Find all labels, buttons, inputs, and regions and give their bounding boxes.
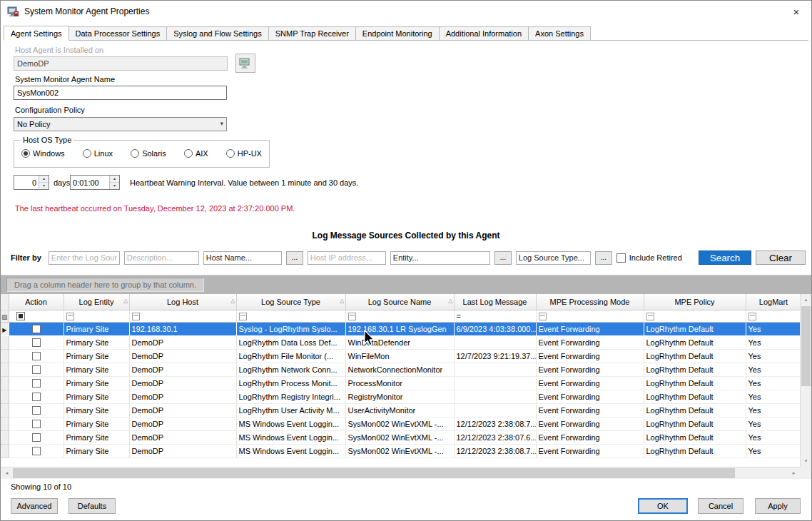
cell-last[interactable] xyxy=(454,335,536,349)
spin-down-icon[interactable]: ▾ xyxy=(39,183,49,189)
log-source-row[interactable]: Primary SiteDemoDPMS Windows Event Loggi… xyxy=(1,417,800,430)
horizontal-scroll-thumb[interactable] xyxy=(13,468,735,478)
equals-filter-icon[interactable]: = xyxy=(457,312,461,320)
row-checkbox[interactable] xyxy=(32,433,41,442)
cell-host[interactable]: DemoDP xyxy=(129,349,236,363)
cell-entity[interactable]: Primary Site xyxy=(64,430,129,444)
cell-type[interactable]: LogRhythm File Monitor (... xyxy=(236,349,345,363)
cell-type[interactable]: MS Windows Event Loggin... xyxy=(236,430,345,444)
log-source-filter-input[interactable] xyxy=(49,251,120,265)
cell-mode[interactable]: Event Forwarding xyxy=(536,335,644,349)
cell-entity[interactable]: Primary Site xyxy=(64,417,129,430)
cell-mode[interactable]: Event Forwarding xyxy=(536,390,644,403)
cell-logmart[interactable]: Yes xyxy=(746,363,800,376)
cell-name[interactable]: ProcessMonitor xyxy=(345,376,454,390)
scroll-right-icon[interactable]: ▸ xyxy=(788,467,800,479)
cell-type[interactable]: LogRhythm Network Conn... xyxy=(236,363,345,376)
cell-action[interactable] xyxy=(9,349,64,363)
cell-type[interactable]: MS Windows Event Loggin... xyxy=(236,417,345,430)
log-source-row[interactable]: Primary SiteDemoDPLogRhythm File Monitor… xyxy=(1,349,800,363)
cell-logmart[interactable]: Yes xyxy=(746,403,800,417)
cell-mode[interactable]: Event Forwarding xyxy=(536,349,644,363)
cell-logmart[interactable]: Yes xyxy=(746,349,800,363)
row-checkbox[interactable] xyxy=(32,325,41,333)
cell-policy[interactable]: LogRhythm Default xyxy=(644,390,746,403)
filter-cell-log-source-name[interactable] xyxy=(345,310,454,322)
log-source-row[interactable]: Primary SiteDemoDPLogRhythm Registry Int… xyxy=(1,390,800,403)
heartbeat-days-spinner[interactable]: 0 ▴▾ xyxy=(14,175,49,190)
description-filter-input[interactable] xyxy=(124,251,199,265)
cell-action[interactable] xyxy=(9,444,64,457)
column-header-mpe-policy[interactable]: MPE Policy xyxy=(644,294,746,310)
entity-filter-input[interactable] xyxy=(390,251,490,265)
cell-last[interactable]: 12/12/2023 2:38:07.6... xyxy=(454,430,536,444)
log-source-row[interactable]: Primary SiteDemoDPLogRhythm User Activit… xyxy=(1,403,800,417)
agent-name-input[interactable] xyxy=(14,86,227,100)
host-agent-input[interactable] xyxy=(14,56,228,71)
cell-type[interactable]: LogRhythm Data Loss Def... xyxy=(236,335,345,349)
cell-name[interactable]: RegistryMonitor xyxy=(345,390,454,403)
cell-host[interactable]: DemoDP xyxy=(129,390,236,403)
spinner-buttons[interactable]: ▴▾ xyxy=(39,176,49,189)
column-header-logmart[interactable]: LogMart xyxy=(746,294,800,310)
clear-button[interactable]: Clear xyxy=(756,251,806,265)
filter-cell-logmart[interactable] xyxy=(746,310,800,322)
cell-mode[interactable]: Event Forwarding xyxy=(536,417,644,430)
select-host-button[interactable] xyxy=(235,54,255,73)
defaults-button[interactable]: Defaults xyxy=(68,498,116,514)
cell-logmart[interactable]: Yes xyxy=(746,417,800,430)
filter-box-icon[interactable] xyxy=(132,313,140,320)
cell-name[interactable]: WinFileMon xyxy=(345,349,454,363)
cell-name[interactable]: SysMon002 WinEvtXML -... xyxy=(345,444,454,457)
os-radio-windows[interactable]: Windows xyxy=(21,149,65,158)
filter-box-icon[interactable] xyxy=(239,313,247,320)
cell-last[interactable]: 12/7/2023 9:21:19.37... xyxy=(454,349,536,363)
os-radio-linux[interactable]: Linux xyxy=(83,149,113,158)
cell-logmart[interactable]: Yes xyxy=(746,376,800,390)
tab-axon-settings[interactable]: Axon Settings xyxy=(529,26,591,41)
cell-entity[interactable]: Primary Site xyxy=(64,444,129,457)
cell-host[interactable]: DemoDP xyxy=(129,430,236,444)
cell-entity[interactable]: Primary Site xyxy=(64,390,129,403)
advanced-button[interactable]: Advanced xyxy=(11,498,58,514)
filter-cell-mpe-processing-mode[interactable] xyxy=(536,310,644,322)
include-retired-checkbox[interactable]: Include Retired xyxy=(616,253,682,263)
cell-name[interactable]: NetworkConnectionMonitor xyxy=(345,363,454,376)
cell-action[interactable] xyxy=(9,417,64,430)
log-source-row[interactable]: Primary SiteDemoDPMS Windows Event Loggi… xyxy=(1,444,800,457)
cell-policy[interactable]: LogRhythm Default xyxy=(644,430,746,444)
vertical-scroll-thumb[interactable] xyxy=(801,306,811,386)
spin-down-icon[interactable]: ▾ xyxy=(110,183,119,189)
row-checkbox[interactable] xyxy=(32,379,41,388)
cell-logmart[interactable]: Yes xyxy=(746,335,800,349)
cell-type[interactable]: LogRhythm Process Monit... xyxy=(236,376,345,390)
close-button[interactable]: × xyxy=(781,1,811,22)
row-checkbox[interactable] xyxy=(32,420,41,428)
scroll-down-icon[interactable]: ▾ xyxy=(801,455,811,467)
cell-name[interactable]: 192.168.30.1 LR SyslogGen xyxy=(345,322,454,335)
column-header-action[interactable]: Action xyxy=(9,294,64,310)
spin-up-icon[interactable]: ▴ xyxy=(39,176,49,183)
column-header-log-entity[interactable]: Log Entity△ xyxy=(64,294,129,310)
os-radio-hp-ux[interactable]: HP-UX xyxy=(226,149,262,158)
cell-type[interactable]: LogRhythm Registry Integri... xyxy=(236,390,345,403)
log-source-row[interactable]: Primary SiteDemoDPLogRhythm Network Conn… xyxy=(1,363,800,376)
column-header-mpe-processing-mode[interactable]: MPE Processing Mode xyxy=(536,294,644,310)
log-source-type-browse-button[interactable]: ... xyxy=(595,251,612,265)
cell-action[interactable] xyxy=(9,335,64,349)
spin-up-icon[interactable]: ▴ xyxy=(110,176,119,183)
cell-logmart[interactable]: Yes xyxy=(746,430,800,444)
log-source-row[interactable]: ▶Primary Site192.168.30.1Syslog - LogRhy… xyxy=(1,322,800,335)
cell-mode[interactable]: Event Forwarding xyxy=(536,322,644,335)
cell-action[interactable] xyxy=(9,390,64,403)
apply-button[interactable]: Apply xyxy=(755,498,801,514)
log-source-row[interactable]: Primary SiteDemoDPMS Windows Event Loggi… xyxy=(1,430,800,444)
cell-policy[interactable]: LogRhythm Default xyxy=(644,444,746,457)
select-all-checkbox[interactable] xyxy=(16,312,25,320)
cell-logmart[interactable]: Yes xyxy=(746,390,800,403)
cell-policy[interactable]: LogRhythm Default xyxy=(644,335,746,349)
tab-snmp-trap-receiver[interactable]: SNMP Trap Receiver xyxy=(269,26,356,41)
vertical-scrollbar[interactable]: ▴ ▾ xyxy=(800,294,811,467)
tab-additional-information[interactable]: Additional Information xyxy=(440,26,529,41)
filter-cell-log-host[interactable] xyxy=(129,310,236,322)
